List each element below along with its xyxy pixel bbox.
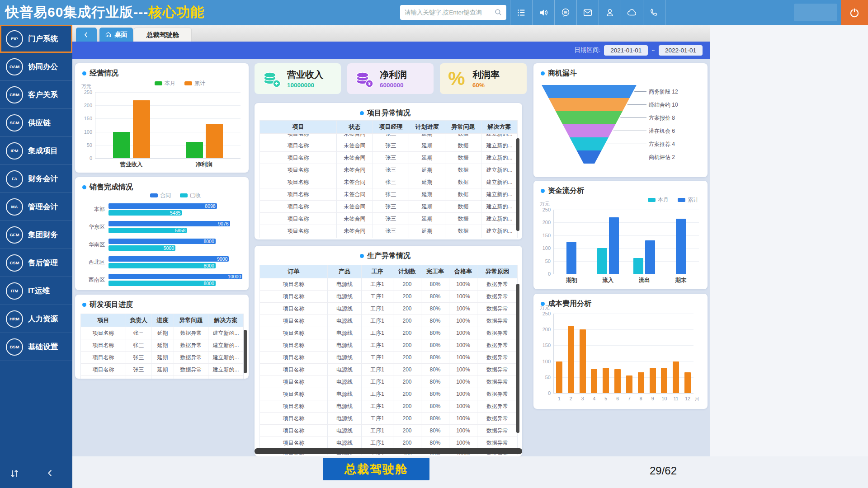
sidebar-item-csm[interactable]: CSM售后管理	[0, 249, 72, 277]
sidebar-item-eip[interactable]: EIP门户系统	[0, 25, 72, 53]
legend-item: 累计	[678, 196, 698, 204]
search-icon[interactable]	[494, 8, 503, 17]
module-icon: CRM	[6, 86, 23, 103]
column-header: 合格率	[449, 265, 477, 278]
bar	[661, 368, 667, 393]
page-background	[710, 25, 868, 456]
power-icon	[849, 7, 860, 19]
table-row: 项目名称张三延期数据异常建立新的...	[81, 376, 243, 379]
legend-item: 已收	[180, 192, 201, 199]
module-icon: ITM	[6, 282, 23, 300]
chevron-left-icon[interactable]	[45, 468, 55, 480]
kpi-net-profit-card: ¥ 净利润 6000000	[347, 63, 434, 94]
module-icon: MA	[6, 198, 23, 216]
table-row: 项目名称张三延期数据异常建立新的...	[81, 339, 243, 352]
title-dot-icon	[82, 71, 86, 75]
sidebar-item-scm[interactable]: SCM供应链	[0, 109, 72, 137]
back-button[interactable]	[76, 28, 97, 42]
funnel-stage	[563, 124, 616, 137]
logout-button[interactable]	[841, 0, 868, 25]
funnel-label: 缔结合约 10	[648, 102, 678, 108]
table-row: 项目名称未签合同张三延期数据建立新的...	[260, 164, 517, 176]
column-header: 订单	[260, 265, 328, 278]
slide-caption-button[interactable]: 总裁驾驶舱	[323, 458, 429, 480]
bar: 8000	[108, 263, 216, 268]
column-header: 异常原因	[477, 265, 518, 278]
sidebar-item-itm[interactable]: ITMIT运维	[0, 277, 72, 305]
vertical-scrollbar[interactable]	[244, 330, 247, 373]
cashflow-bar-chart: 万元250200150100500期初流入流出期末	[538, 206, 703, 284]
vertical-scrollbar[interactable]	[516, 138, 519, 231]
bar: 8000	[108, 239, 216, 244]
panel-opportunity-funnel: 商机漏斗 商务阶段 12缔结合约 10方案报价 8潜在机会 6方案推荐 4商机评…	[533, 63, 708, 177]
funnel-stage	[542, 85, 637, 98]
mail-icon[interactable]	[576, 0, 599, 25]
vertical-scrollbar[interactable]	[516, 284, 519, 433]
sidebar-item-ma[interactable]: MA管理会计	[0, 193, 72, 221]
sidebar-item-ipm[interactable]: IPM集成项目	[0, 137, 72, 165]
column-header: 完工率	[421, 265, 449, 278]
user-chip[interactable]	[794, 4, 837, 21]
funnel-stage	[577, 150, 602, 164]
sidebar-item-hrm[interactable]: HRM人力资源	[0, 305, 72, 333]
column-header: 解决方案	[208, 314, 244, 327]
column-header: 产品	[328, 265, 362, 278]
hbar-group: 本部80985485	[81, 201, 242, 218]
title-dot-icon	[360, 254, 364, 258]
bar	[591, 369, 597, 393]
sales-hbar-chart: 本部80985485华东区90765858华南区80005000西北区90008…	[81, 201, 242, 289]
date-to-input[interactable]: 2022-01-01	[659, 45, 703, 56]
legend-chip-icon	[184, 81, 192, 85]
speaker-icon[interactable]	[532, 0, 554, 25]
bar: 9076	[108, 221, 230, 226]
bottom-strip	[72, 456, 868, 488]
rd-progress-table: 项目负责人进度异常问题解决方案项目名称张三延期数据异常建立新的...项目名称张三…	[80, 314, 244, 379]
table-row: 项目名称未签合同张三延期数据建立新的...	[260, 134, 517, 140]
bar	[556, 361, 562, 393]
table-row: 项目名称未签合同张三延期数据建立新的...	[260, 225, 517, 237]
sidebar-item-crm[interactable]: CRM客户关系	[0, 81, 72, 109]
coins-yen-icon: ¥	[354, 68, 374, 89]
hbar-group: 西北区90008000	[81, 253, 242, 271]
sidebar-item-fa[interactable]: FA财务会计	[0, 165, 72, 193]
horizontal-scrollbar[interactable]	[255, 448, 522, 454]
search-input[interactable]	[404, 9, 494, 16]
funnel-stage	[549, 98, 630, 111]
title-dot-icon	[82, 303, 86, 307]
panel-business-overview: 经营情况 本月累计 万元250200150100500营业收入净利润	[75, 63, 249, 173]
sidebar: EIP门户系统OAM协同办公CRM客户关系SCM供应链IPM集成项目FA财务会计…	[0, 25, 72, 488]
table-row: 项目名称电源线工序120080%100%数据异常	[260, 278, 517, 291]
table-row: 项目名称未签合同张三延期数据建立新的...	[260, 176, 517, 188]
tab-desktop[interactable]: 桌面	[99, 28, 133, 42]
bar	[566, 242, 576, 274]
svg-text:¥: ¥	[368, 81, 371, 86]
date-from-input[interactable]: 2021-01-01	[604, 45, 648, 56]
swap-vertical-icon[interactable]	[9, 468, 20, 481]
list-icon[interactable]	[510, 0, 532, 25]
im-icon[interactable]: IM	[554, 0, 576, 25]
legend-item: 合同	[150, 192, 171, 199]
table-row: 项目名称未签合同张三延期数据建立新的...	[260, 237, 517, 238]
column-header: 进度	[151, 314, 174, 327]
table-row: 项目名称未签合同张三延期数据建立新的...	[260, 201, 517, 213]
coins-plus-icon	[261, 68, 282, 89]
table-row: 项目名称张三延期数据异常建立新的...	[81, 352, 243, 364]
sidebar-item-oam[interactable]: OAM协同办公	[0, 53, 72, 81]
legend-chip-icon	[180, 193, 188, 197]
table-row: 项目名称未签合同张三延期数据建立新的...	[260, 152, 517, 164]
kpi-profit-ratio-card: % 利润率 60%	[440, 63, 527, 94]
sidebar-item-gfm[interactable]: GFM集团财务	[0, 221, 72, 249]
column-header: 项目	[81, 314, 126, 327]
tab-ceo-dashboard[interactable]: 总裁驾驶舱	[134, 28, 192, 42]
sidebar-item-bsm[interactable]: BSM基础设置	[0, 333, 72, 361]
bar	[113, 132, 130, 158]
module-icon: BSM	[6, 338, 23, 356]
panel-title: 销售完成情况	[75, 177, 249, 192]
cloud-icon[interactable]	[621, 0, 643, 25]
slide-page-counter: 29/62	[650, 465, 677, 477]
panel-cost-analysis: 成本费用分析 万元250200150100500123456789101112月	[533, 294, 708, 409]
table-row: 项目名称未签合同张三延期数据建立新的...	[260, 213, 517, 225]
bar	[673, 361, 679, 393]
phone-icon[interactable]	[643, 0, 665, 25]
user-icon[interactable]	[599, 0, 621, 25]
